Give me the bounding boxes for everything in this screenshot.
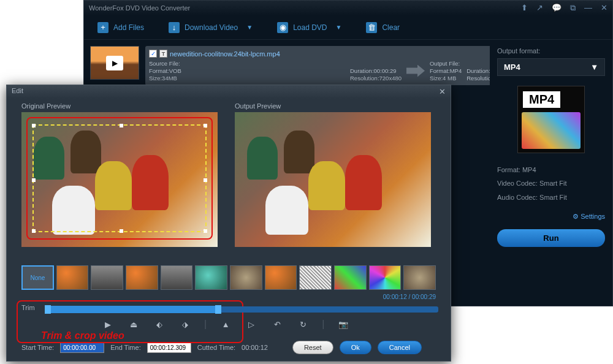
add-files-button[interactable]: + Add Files — [91, 18, 150, 37]
end-time-input[interactable] — [147, 343, 191, 353]
src-duration: Duration:00:00:29 — [350, 67, 402, 74]
effect-vivid[interactable] — [126, 265, 158, 290]
out-size: Size:4 MB — [430, 75, 462, 82]
film-art — [522, 112, 581, 149]
clear-button[interactable]: 🗑 Clear — [360, 18, 406, 37]
app-title: WonderFox DVD Video Converter — [89, 4, 521, 12]
chevron-down-icon[interactable]: ▼ — [336, 24, 342, 31]
copy-icon[interactable]: ⧉ — [570, 3, 576, 13]
effect-mosaic[interactable] — [369, 265, 402, 290]
out-format: Format:MP4 — [430, 67, 462, 74]
trim-label: Trim — [21, 304, 35, 311]
start-time-input[interactable] — [60, 343, 104, 353]
format-info: Format: MP4 — [497, 165, 605, 174]
effect-soft[interactable] — [403, 265, 436, 290]
clear-label: Clear — [382, 23, 400, 32]
effect-blur[interactable] — [230, 265, 262, 290]
start-time-label: Start Time: — [21, 344, 54, 351]
dvd-icon: ◉ — [277, 22, 288, 33]
trim-end-handle[interactable] — [215, 305, 221, 314]
minimize-icon[interactable]: — — [584, 3, 592, 13]
settings-label: Settings — [581, 213, 605, 220]
mp4-label: MP4 — [523, 91, 560, 108]
chevron-down-icon[interactable]: ▼ — [246, 24, 253, 31]
format-select[interactable]: MP4 ▼ — [497, 58, 605, 76]
format-icon[interactable]: MP4 — [517, 86, 585, 153]
output-file-label: Output File: — [430, 60, 462, 67]
effect-cool[interactable] — [195, 265, 227, 290]
trash-icon: 🗑 — [366, 22, 377, 33]
cutted-time-label: Cutted Time: — [197, 344, 235, 351]
load-dvd-label: Load DVD — [293, 23, 327, 32]
trim-slider[interactable] — [46, 306, 438, 313]
output-preview-label: Output Preview — [235, 102, 436, 110]
crop-handles[interactable] — [32, 124, 207, 232]
snapshot-button[interactable]: 📷 — [337, 317, 350, 331]
trim-section: Trim ▶ ⏏ ⬖ ⬗ | ▲ ▷ ↶ ↻ | 📷 — [7, 301, 451, 338]
rotate-right-button[interactable]: ↻ — [296, 317, 310, 331]
effect-none[interactable]: None — [21, 265, 54, 290]
src-format: Format:VOB — [149, 67, 345, 74]
effect-sketch[interactable] — [299, 265, 332, 290]
output-format-label: Output format: — [497, 47, 605, 55]
original-preview-label: Original Preview — [21, 102, 223, 110]
upload-icon[interactable]: ⬆ — [521, 3, 528, 13]
video-frame — [235, 112, 431, 247]
end-time-label: End Time: — [110, 344, 141, 351]
cancel-button[interactable]: Cancel — [378, 341, 422, 354]
load-dvd-button[interactable]: ◉ Load DVD ▼ — [271, 18, 348, 37]
chat-icon[interactable]: 💬 — [552, 3, 562, 13]
gear-icon: ⚙ — [573, 213, 579, 220]
rotate-left-button[interactable]: ↶ — [270, 317, 284, 331]
file-type-badge: T — [159, 50, 167, 58]
chevron-down-icon: ▼ — [590, 63, 598, 72]
add-files-icon: + — [97, 22, 109, 33]
src-res: Resolution:720x480 — [350, 75, 402, 82]
source-file-label: Source File: — [149, 60, 345, 67]
effect-color[interactable] — [334, 265, 367, 290]
src-size: Size:34MB — [149, 75, 345, 82]
output-panel: Output format: MP4 ▼ MP4 Format: MP4 Vid… — [490, 40, 612, 303]
audio-codec-info: Audio Codec: Smart Fit — [497, 193, 605, 202]
file-name: newedition-coolitnow.24bit-lpcm.mp4 — [170, 50, 280, 58]
original-preview[interactable] — [21, 112, 218, 247]
edit-title: Edit — [12, 87, 23, 97]
add-files-label: Add Files — [113, 23, 144, 32]
titlebar: WonderFox DVD Video Converter ⬆ ↗ 💬 ⧉ — … — [84, 1, 612, 15]
effect-warm[interactable] — [56, 265, 89, 290]
ok-button[interactable]: Ok — [340, 341, 371, 354]
reset-button[interactable]: Reset — [292, 341, 333, 354]
toolbar: + Add Files ↓ Download Video ▼ ◉ Load DV… — [84, 15, 612, 40]
video-codec-info: Video Codec: Smart Fit — [497, 179, 605, 188]
run-button[interactable]: Run — [497, 229, 605, 247]
effect-grey[interactable] — [91, 265, 123, 290]
trim-range — [46, 306, 218, 313]
share-icon[interactable]: ↗ — [536, 3, 543, 13]
effects-row: None — [7, 263, 451, 292]
cutted-time-value: 00:00:12 — [242, 344, 268, 351]
format-value: MP4 — [504, 63, 520, 72]
video-thumbnail[interactable]: ▶ — [90, 46, 139, 80]
play2-button[interactable]: ▷ — [245, 317, 258, 331]
close-icon[interactable]: ✕ — [601, 3, 607, 13]
settings-link[interactable]: ⚙ Settings — [497, 213, 605, 221]
download-label: Download Video — [185, 23, 238, 32]
edit-dialog: Edit ✕ Original Preview — [6, 85, 451, 362]
arrow-icon — [406, 65, 425, 77]
download-video-button[interactable]: ↓ Download Video ▼ — [162, 18, 259, 37]
effect-sepia[interactable] — [265, 265, 297, 290]
output-preview — [235, 112, 431, 247]
effect-bw[interactable] — [161, 265, 193, 290]
download-icon: ↓ — [169, 22, 180, 33]
trim-start-handle[interactable] — [45, 305, 51, 314]
play-icon: ▶ — [106, 56, 123, 70]
edit-titlebar: Edit ✕ — [7, 85, 451, 99]
close-icon[interactable]: ✕ — [439, 87, 446, 97]
file-checkbox[interactable]: ✓ — [149, 50, 157, 58]
